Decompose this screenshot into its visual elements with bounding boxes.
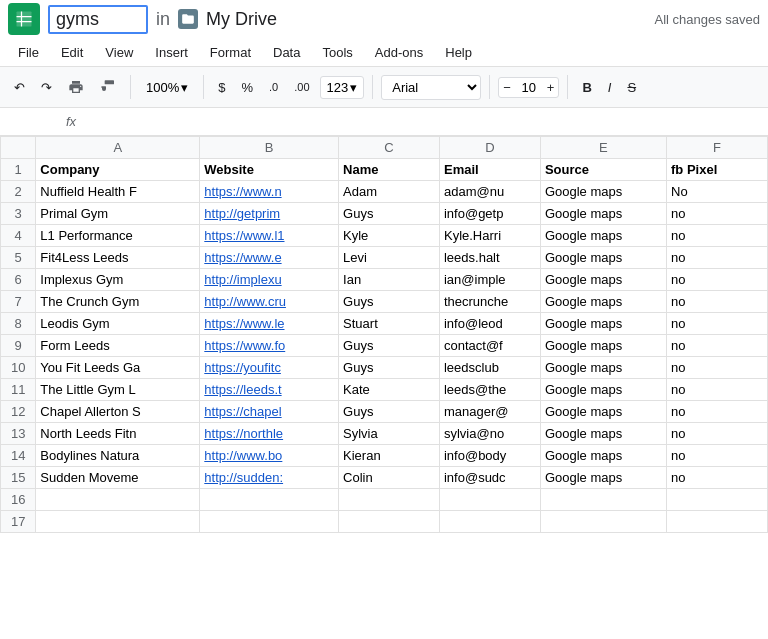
cell-b10[interactable]: https://youfitc [200,357,339,379]
cell-e7[interactable]: Google maps [540,291,666,313]
font-size-increase-button[interactable]: + [543,78,559,97]
cell-c1[interactable]: Name [339,159,440,181]
row-number[interactable]: 2 [1,181,36,203]
row-number[interactable]: 9 [1,335,36,357]
doc-title-input[interactable] [48,5,148,34]
cell-e15[interactable]: Google maps [540,467,666,489]
cell-f5[interactable]: no [667,247,768,269]
row-number[interactable]: 12 [1,401,36,423]
cell-e11[interactable]: Google maps [540,379,666,401]
cell-b8[interactable]: https://www.le [200,313,339,335]
cell-a15[interactable]: Sudden Moveme [36,467,200,489]
cell-e13[interactable]: Google maps [540,423,666,445]
zoom-control[interactable]: 100% ▾ [139,76,195,99]
menu-data[interactable]: Data [263,41,310,64]
cell-f4[interactable]: no [667,225,768,247]
cell-e8[interactable]: Google maps [540,313,666,335]
cell-c12[interactable]: Guys [339,401,440,423]
cell-f8[interactable]: no [667,313,768,335]
decimal-increase-button[interactable]: .00 [288,77,315,97]
cell-c9[interactable]: Guys [339,335,440,357]
cell-f13[interactable]: no [667,423,768,445]
col-header-a[interactable]: A [36,137,200,159]
cell-a13[interactable]: North Leeds Fitn [36,423,200,445]
col-header-e[interactable]: E [540,137,666,159]
menu-view[interactable]: View [95,41,143,64]
cell-d11[interactable]: leeds@the [439,379,540,401]
cell-f10[interactable]: no [667,357,768,379]
row-number[interactable]: 7 [1,291,36,313]
currency-button[interactable]: $ [212,76,231,99]
percent-button[interactable]: % [235,76,259,99]
redo-button[interactable]: ↷ [35,76,58,99]
row-number[interactable]: 1 [1,159,36,181]
cell-b6[interactable]: http://implexu [200,269,339,291]
cell-d6[interactable]: ian@imple [439,269,540,291]
font-size-decrease-button[interactable]: − [499,78,515,97]
font-size-input[interactable] [515,80,543,95]
cell-d4[interactable]: Kyle.Harri [439,225,540,247]
cell-d7[interactable]: thecrunche [439,291,540,313]
cell-c15[interactable]: Colin [339,467,440,489]
row-number[interactable]: 17 [1,511,36,533]
cell-d13[interactable]: sylvia@no [439,423,540,445]
col-header-b[interactable]: B [200,137,339,159]
cell-a11[interactable]: The Little Gym L [36,379,200,401]
cell-b14[interactable]: http://www.bo [200,445,339,467]
italic-button[interactable]: I [602,76,618,99]
cell-d8[interactable]: info@leod [439,313,540,335]
row-number[interactable]: 15 [1,467,36,489]
cell-e5[interactable]: Google maps [540,247,666,269]
cell-c14[interactable]: Kieran [339,445,440,467]
menu-format[interactable]: Format [200,41,261,64]
cell-a7[interactable]: The Crunch Gym [36,291,200,313]
cell-d16[interactable] [439,489,540,511]
cell-a12[interactable]: Chapel Allerton S [36,401,200,423]
row-number[interactable]: 8 [1,313,36,335]
cell-c6[interactable]: Ian [339,269,440,291]
formula-input[interactable] [84,114,760,129]
row-number[interactable]: 4 [1,225,36,247]
cell-b16[interactable] [200,489,339,511]
bold-button[interactable]: B [576,76,597,99]
menu-insert[interactable]: Insert [145,41,198,64]
col-header-f[interactable]: F [667,137,768,159]
cell-a5[interactable]: Fit4Less Leeds [36,247,200,269]
cell-c16[interactable] [339,489,440,511]
cell-b3[interactable]: http://getprim [200,203,339,225]
cell-d17[interactable] [439,511,540,533]
cell-c17[interactable] [339,511,440,533]
row-number[interactable]: 11 [1,379,36,401]
format-type-select[interactable]: 123 ▾ [320,76,365,99]
cell-b12[interactable]: https://chapel [200,401,339,423]
cell-c13[interactable]: Sylvia [339,423,440,445]
cell-e1[interactable]: Source [540,159,666,181]
cell-b1[interactable]: Website [200,159,339,181]
cell-e9[interactable]: Google maps [540,335,666,357]
decimal-decrease-button[interactable]: .0 [263,77,284,97]
cell-d9[interactable]: contact@f [439,335,540,357]
cell-d10[interactable]: leedsclub [439,357,540,379]
col-header-d[interactable]: D [439,137,540,159]
cell-b15[interactable]: http://sudden: [200,467,339,489]
row-number[interactable]: 5 [1,247,36,269]
cell-a10[interactable]: You Fit Leeds Ga [36,357,200,379]
cell-a16[interactable] [36,489,200,511]
cell-d5[interactable]: leeds.halt [439,247,540,269]
cell-c4[interactable]: Kyle [339,225,440,247]
cell-f17[interactable] [667,511,768,533]
font-family-select[interactable]: Arial Times New Roman Verdana [381,75,481,100]
cell-e16[interactable] [540,489,666,511]
cell-b2[interactable]: https://www.n [200,181,339,203]
cell-b11[interactable]: https://leeds.t [200,379,339,401]
paint-format-button[interactable] [94,75,122,99]
cell-c8[interactable]: Stuart [339,313,440,335]
row-number[interactable]: 14 [1,445,36,467]
cell-b4[interactable]: https://www.l1 [200,225,339,247]
row-number[interactable]: 16 [1,489,36,511]
cell-a14[interactable]: Bodylines Natura [36,445,200,467]
cell-c3[interactable]: Guys [339,203,440,225]
cell-b5[interactable]: https://www.e [200,247,339,269]
cell-d3[interactable]: info@getp [439,203,540,225]
cell-f2[interactable]: No [667,181,768,203]
